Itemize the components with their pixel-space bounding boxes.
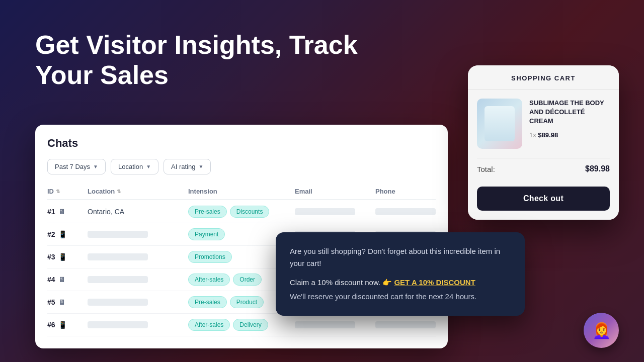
row-tags: After-sales Delivery — [188, 319, 295, 331]
filter-time-button[interactable]: Past 7 Days ▼ — [47, 159, 106, 174]
hero-title-line2: Your Sales — [35, 60, 169, 89]
chevron-down-icon: ▼ — [93, 164, 98, 169]
tag-product: Product — [230, 296, 264, 308]
tag-pre-sales: Pre-sales — [188, 296, 227, 308]
desktop-icon: 🖥 — [58, 208, 65, 216]
popup-discount-line: Claim a 10% discount now. 👉 GET A 10% DI… — [290, 277, 511, 289]
shopping-cart-panel: SHOPPING CART SUBLIMAGE THE BODY AND DÉC… — [468, 65, 619, 220]
filter-location-button[interactable]: Location ▼ — [111, 159, 158, 174]
tag-delivery: Delivery — [233, 319, 268, 331]
desktop-icon: 🖥 — [58, 276, 65, 284]
cart-header: SHOPPING CART — [468, 65, 619, 89]
cart-item-qty-price: 1x $89.98 — [529, 131, 610, 139]
row-id: #6 📱 — [47, 321, 88, 329]
row-id: #4 🖥 — [47, 276, 88, 284]
cart-body: SUBLIMAGE THE BODY AND DÉCOLLETÉ CREAM 1… — [468, 89, 619, 220]
row-id: #2 📱 — [47, 230, 88, 238]
col-intension: Intension — [188, 188, 295, 195]
filter-ai-rating-button[interactable]: AI rating ▼ — [164, 159, 211, 174]
location-blurred — [88, 299, 148, 306]
cart-item-qty: 1x — [529, 131, 536, 139]
avatar-icon: 👩‍🦰 — [584, 313, 619, 348]
desktop-icon: 🖥 — [58, 298, 65, 306]
popup-message: Are you still shopping? Don't forget abo… — [276, 232, 525, 316]
cart-item: SUBLIMAGE THE BODY AND DÉCOLLETÉ CREAM 1… — [477, 99, 610, 149]
email-blurred — [295, 208, 355, 215]
filter-location-label: Location — [118, 163, 143, 170]
tag-order: Order — [233, 274, 262, 286]
col-location: Location ⇅ — [88, 188, 188, 195]
filters-bar: Past 7 Days ▼ Location ▼ AI rating ▼ — [47, 159, 436, 174]
email-blurred — [295, 321, 355, 328]
discount-link[interactable]: GET A 10% DISCOUNT — [394, 278, 475, 287]
chevron-down-icon: ▼ — [198, 164, 203, 169]
phone-blurred — [375, 208, 436, 215]
sort-icon: ⇅ — [56, 189, 60, 194]
filter-time-label: Past 7 Days — [55, 163, 90, 170]
col-phone: Phone — [375, 188, 436, 195]
location-blurred — [88, 231, 148, 238]
location-blurred — [88, 276, 148, 283]
mobile-icon: 📱 — [58, 253, 67, 261]
sort-icon: ⇅ — [117, 189, 121, 194]
table-row[interactable]: #1 🖥 Ontario, CA Pre-sales Discounts — [47, 201, 436, 223]
product-image-inner — [485, 106, 515, 141]
cart-item-image — [477, 99, 522, 149]
tag-pre-sales: Pre-sales — [188, 206, 227, 218]
tag-discounts: Discounts — [230, 206, 270, 218]
tag-promotions: Promotions — [188, 251, 232, 263]
row-location: Ontario, CA — [88, 208, 188, 216]
row-id: #1 🖥 — [47, 208, 88, 216]
row-tags: Pre-sales Discounts — [188, 206, 295, 218]
avatar-bubble[interactable]: 👩‍🦰 — [584, 313, 619, 348]
cart-total-label: Total: — [477, 165, 495, 173]
phone-blurred — [375, 321, 436, 328]
location-blurred — [88, 321, 148, 328]
col-email: Email — [295, 188, 375, 195]
tag-after-sales: After-sales — [188, 319, 230, 331]
hero-title: Get Visitor Insights, Track Your Sales — [35, 30, 358, 90]
cart-total-amount: $89.98 — [585, 164, 610, 173]
popup-reserve-text: We'll reserve your discounted cart for t… — [290, 291, 511, 303]
location-blurred — [88, 253, 148, 260]
tag-after-sales: After-sales — [188, 274, 230, 286]
row-id: #5 🖥 — [47, 298, 88, 306]
chats-panel-title: Chats — [47, 137, 436, 150]
popup-main-text: Are you still shopping? Don't forget abo… — [290, 245, 511, 269]
cart-item-price: $89.98 — [538, 131, 558, 139]
table-row[interactable]: #6 📱 After-sales Delivery — [47, 314, 436, 336]
table-header: ID ⇅ Location ⇅ Intension Email Phone — [47, 184, 436, 200]
chevron-down-icon: ▼ — [146, 164, 151, 169]
cart-item-details: SUBLIMAGE THE BODY AND DÉCOLLETÉ CREAM 1… — [529, 99, 610, 149]
col-id: ID ⇅ — [47, 188, 88, 195]
mobile-icon: 📱 — [58, 321, 67, 329]
checkout-button[interactable]: Check out — [477, 187, 610, 211]
filter-ai-rating-label: AI rating — [171, 163, 195, 170]
hero-title-line1: Get Visitor Insights, Track — [35, 30, 358, 59]
tag-payment: Payment — [188, 228, 225, 240]
cart-total: Total: $89.98 — [477, 158, 610, 179]
popup-claim-text: Claim a 10% discount now. 👉 — [290, 278, 392, 287]
mobile-icon: 📱 — [58, 230, 67, 238]
row-id: #3 📱 — [47, 253, 88, 261]
cart-item-name: SUBLIMAGE THE BODY AND DÉCOLLETÉ CREAM — [529, 99, 610, 126]
